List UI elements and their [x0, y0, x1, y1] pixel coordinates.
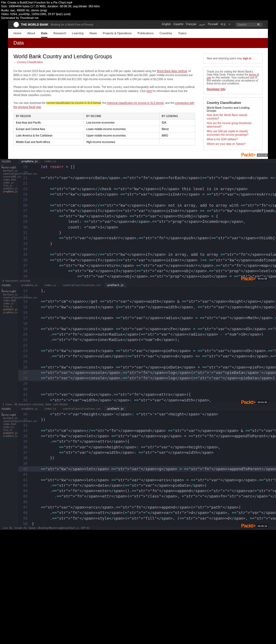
editor-tabs[interactable]: prepData.jsindex.jscountryClassification…	[18, 283, 276, 288]
nav-item[interactable]: Countries	[160, 32, 172, 38]
editor-tab[interactable]: pieChart.js	[104, 406, 127, 411]
cc-link[interactable]: How does the World Bank classify countri…	[207, 113, 259, 120]
sidebar-file[interactable]: index.js	[0, 426, 18, 429]
code-line[interactable]: 21 .=="str">"fn"</span>>innerRadius</spa…	[18, 337, 276, 342]
code-line[interactable]: 35 .=="str">"fn"</span>>attrs</span>({	[18, 439, 276, 444]
project-folder[interactable]: ▸ MasteringD3	[0, 411, 18, 417]
code-line[interactable]: 44 .=="str">"fn"</span>>enter</span>().=…	[18, 488, 276, 493]
nav-item[interactable]: Research	[53, 32, 66, 38]
code-line[interactable]: 45 .=="str">"fn"</span>>attr</span>(="st…	[18, 493, 276, 499]
lang-option[interactable]: English	[162, 23, 171, 26]
editor-tab[interactable]: index.js	[41, 159, 60, 164]
code-line[interactable]: 46	[18, 499, 276, 505]
code-line[interactable]: 31 =="str">"var"</span>>div</span>.=="st…	[18, 392, 276, 397]
code-line[interactable]: 37 =="str">"var"</span>>width</span>: ==…	[18, 450, 276, 455]
code-line[interactable]: 50}	[18, 521, 276, 526]
code-line[interactable]: 32	[18, 422, 276, 428]
code-line[interactable]: 34 =="str">"kw"</span>>let</span> =="str…	[18, 433, 276, 439]
lang-option[interactable]: عربي	[199, 23, 205, 26]
nav-item[interactable]: News	[89, 32, 97, 38]
editor-tab[interactable]: prepData.js	[18, 283, 41, 288]
editor-tabs[interactable]: prepData.jsindex.js	[18, 159, 276, 164]
nav-item[interactable]: Data	[41, 32, 47, 38]
code-line[interactable]: 40 =="str">"kw"</span>>let</span> =="str…	[18, 466, 276, 472]
editor-tab[interactable]: pieChart.js	[104, 283, 127, 288]
code-line[interactable]: 20 .=="str">"fn"</span>>outerRadius</spa…	[18, 332, 276, 337]
lang-option[interactable]: Русский	[208, 23, 218, 26]
project-folder[interactable]: ▸ MasteringD3	[0, 163, 18, 169]
sidebar-file[interactable]: barChart.js	[0, 293, 18, 296]
code-line[interactable]: 16	[18, 310, 276, 315]
editor-tab[interactable]: prepData.js	[18, 406, 41, 411]
file-sidebar[interactable]: FOLDERS ▸ MasteringD3 barChart.jscountry…	[0, 283, 18, 403]
code-pane[interactable]: prepData.jsindex.jscountryClassification…	[18, 406, 276, 526]
code-line[interactable]: 37 =="str">"kw"</span>>return</span> =="…	[18, 263, 276, 268]
code-line[interactable]: 22	[18, 343, 276, 348]
code-line[interactable]: 48 .=="str">"fn"</span>>attr</span>(="st…	[18, 510, 276, 515]
code-line[interactable]: 36 =="str">"kw"</span>>if</span>(=="str"…	[18, 257, 276, 263]
code-line[interactable]: 28 =="str">"kw"</span>>let</span> =="str…	[18, 213, 276, 219]
code-line[interactable]: 38 })	[18, 455, 276, 461]
project-folder[interactable]: ▸ MasteringD3	[0, 287, 18, 293]
code-line[interactable]: 26 =="str">"kw"</span>>const</span> =="s…	[18, 364, 276, 370]
sidebar-file[interactable]: barChart.js	[0, 417, 18, 420]
sidebar-file[interactable]: prepData.js	[0, 311, 18, 314]
code-line[interactable]: 20	[18, 170, 276, 175]
lang-option[interactable]: Français	[186, 23, 196, 26]
search-icon[interactable]: 🔍	[257, 23, 260, 26]
nav-item[interactable]: Projects & Operations	[103, 32, 132, 38]
code-line[interactable]: 32 =="str">"var"</span>>resArr</span>.==…	[18, 235, 276, 241]
code-line[interactable]: 31 })	[18, 417, 276, 422]
editor-tab[interactable]: index.js	[41, 406, 60, 411]
editor-tab[interactable]: prepData.js	[18, 159, 41, 164]
code-line[interactable]: 14 =="str">"cm"</span>>//get =="str">"va…	[18, 299, 276, 304]
nav-item[interactable]: Publications	[137, 32, 153, 38]
code-line[interactable]: 42 =="str">"kw"</span>>let</span> =="str…	[18, 477, 276, 483]
sidebar-file[interactable]: pieChart.js	[0, 432, 18, 435]
sidebar-file[interactable]: pieChart.js	[0, 308, 18, 311]
code-line[interactable]: 30 ="str">'="var">height</span>'</span>:…	[18, 411, 276, 417]
signin-link[interactable]: sign in	[243, 57, 251, 60]
nav-item[interactable]: Learning	[72, 32, 84, 38]
code-line[interactable]: 24 .=="str">"fn"</span>>value</span>(=="…	[18, 353, 276, 359]
editor-tab[interactable]: index.js	[41, 283, 60, 288]
code-line[interactable]: 36 =="str">"var"</span>>height</span>: =…	[18, 444, 276, 450]
breadcrumb[interactable]: ← Country Classification	[13, 61, 195, 64]
code-line[interactable]: 33 }	[18, 241, 276, 246]
historical-link[interactable]: historical classification by income in X…	[107, 101, 164, 104]
sidebar-file[interactable]: countryClassifications.csv	[0, 172, 18, 175]
code-line[interactable]: 29 level: =="str">"var"</span>>d</span>.…	[18, 219, 276, 224]
code-line[interactable]: 23 =="str">"cm"</span>>//check =="str">"…	[18, 186, 276, 192]
code-line[interactable]: 29	[18, 381, 276, 386]
code-line[interactable]: 17 =="str">"kw"</span>>const</span> =="s…	[18, 315, 276, 321]
code-line[interactable]: 39	[18, 461, 276, 466]
code-line[interactable]: 30	[18, 386, 276, 392]
code-line[interactable]: 21 =="str">"var"</span>>srcData</span>.=…	[18, 175, 276, 180]
file-sidebar[interactable]: FOLDERS ▸ MasteringD3 barChart.jscountry…	[0, 159, 18, 279]
language-selector[interactable]: EnglishEspañolFrançaisعربيРусский中文»	[162, 23, 230, 26]
code-line[interactable]: 15 =="str">"kw"</span>>const</span> {=="…	[18, 304, 276, 310]
code-pane[interactable]: prepData.jsindex.jscountryClassification…	[18, 283, 276, 403]
lang-option[interactable]: »	[229, 23, 230, 26]
code-line[interactable]: 39 =="str">"var"</span>>obj</span>.=="st…	[18, 274, 276, 279]
sidebar-file[interactable]: barChart.js	[0, 169, 18, 172]
code-line[interactable]: 25	[18, 197, 276, 202]
sidebar-file[interactable]: prepData.js	[0, 190, 18, 193]
code-line[interactable]: 32 ="str">'="var">width</span>'</span>: …	[18, 397, 276, 403]
code-line[interactable]: 41	[18, 472, 276, 477]
code-pane[interactable]: prepData.jsindex.js 19 let resArr = [] 2…	[18, 159, 276, 279]
code-line[interactable]: 34	[18, 246, 276, 252]
sidebar-file[interactable]: file.js	[0, 184, 18, 187]
code-line[interactable]: 27 =="str">"var"</span>>console</span>.=…	[18, 370, 276, 375]
sidebar-file[interactable]: index.html	[0, 299, 18, 302]
editor-tabs[interactable]: prepData.jsindex.jscountryClassification…	[18, 406, 276, 411]
editor-tab[interactable]: countryClassifications.csv	[60, 283, 104, 288]
code-line[interactable]: 43 .=="str">"fn"</span>>data</span>(=="s…	[18, 483, 276, 488]
sidebar-file[interactable]: pieChart.js	[0, 187, 18, 190]
code-line[interactable]: 30 count: ="num">1</span>	[18, 224, 276, 230]
code-line[interactable]: 18	[18, 321, 276, 326]
code-line[interactable]: 38 =="str">"kw"</span>>if</span>(=="str"…	[18, 268, 276, 274]
sidebar-file[interactable]: countryClassifications.csv	[0, 420, 18, 423]
sidebar-file[interactable]: index.html	[0, 178, 18, 181]
cc-link[interactable]: Where are your data on Taiwan?	[207, 142, 259, 146]
